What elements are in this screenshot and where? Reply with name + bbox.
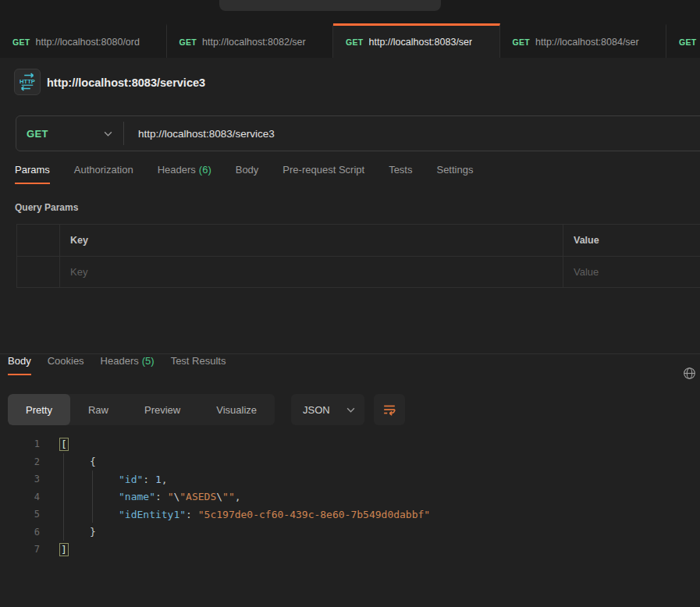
request-tab[interactable]: GEThttp://localhost:8080/ord (0, 23, 167, 58)
code-line: 6} (0, 524, 700, 541)
code-content: ] (48, 544, 69, 556)
line-number: 7 (0, 544, 48, 555)
request-tab[interactable]: GEThttp://localhost:8084/ser (500, 23, 667, 58)
line-number: 1 (0, 438, 48, 449)
tab-url-label: http://localhost:8084/ser (535, 37, 639, 48)
request-tab[interactable]: GETh (666, 23, 698, 58)
code-token: "name" (119, 491, 155, 502)
tab-settings[interactable]: Settings (436, 164, 473, 184)
tab-label: Authorization (74, 164, 133, 176)
response-tab-test-results[interactable]: Test Results (171, 355, 226, 375)
chevron-down-icon (346, 407, 355, 413)
view-mode-visualize[interactable]: Visualize (198, 394, 275, 425)
code-token: ] (59, 543, 69, 556)
view-mode-raw[interactable]: Raw (70, 394, 126, 425)
tab-label: Cookies (48, 355, 84, 367)
request-title: http://localhost:8083/service3 (47, 76, 205, 89)
tab-label: Headers (101, 355, 139, 367)
indent-guide (63, 453, 64, 541)
wrap-text-button[interactable] (374, 394, 405, 425)
code-token: "idEntity1" (119, 509, 186, 520)
code-token: "ASEDS (179, 491, 216, 502)
view-mode-segments: PrettyRawPreviewVisualize (8, 394, 275, 425)
method-dropdown[interactable]: GET (16, 128, 123, 140)
tab-method-label: GET (179, 37, 197, 47)
request-section-tabs: ParamsAuthorizationHeaders(6)BodyPre-req… (15, 164, 473, 184)
indent-guide (92, 470, 93, 523)
tab-authorization[interactable]: Authorization (74, 164, 133, 184)
value-input[interactable]: Value (563, 257, 700, 287)
tab-label: Test Results (171, 355, 226, 367)
code-token: \ (216, 491, 222, 502)
code-content: [ (48, 438, 69, 450)
query-params-table: Key Value Key Value (16, 224, 700, 288)
code-token: { (90, 456, 96, 467)
tab-count-badge: (5) (142, 355, 155, 367)
search-input[interactable]: Search Postman (219, 0, 441, 11)
row-select-cell (17, 257, 60, 287)
globe-icon[interactable] (680, 364, 698, 382)
code-line: 2{ (0, 453, 700, 471)
code-line: 1[ (0, 435, 700, 453)
tab-headers[interactable]: Headers(6) (158, 164, 211, 184)
tab-url-label: http://localhost:8080/ord (36, 37, 140, 48)
code-token: : (155, 491, 168, 502)
tab-url-label: http://localhost:8082/ser (202, 37, 306, 48)
line-number: 4 (0, 492, 48, 502)
tab-label: Body (8, 355, 31, 367)
response-section-tabs: BodyCookiesHeaders(5)Test Results (8, 355, 226, 375)
method-label: GET (27, 128, 48, 140)
code-token: , (235, 491, 241, 502)
view-mode-preview[interactable]: Preview (126, 394, 198, 425)
code-lines: 1[2{3"id": 1,4"name": "\"ASEDS\"",5"idEn… (0, 435, 700, 559)
chevron-down-icon (104, 131, 112, 137)
code-content: "name": "\"ASEDS\"", (48, 491, 241, 502)
tab-url-label: http://localhost:8083/ser (369, 37, 473, 48)
code-content: { (48, 456, 96, 467)
query-params-heading: Query Params (15, 202, 78, 213)
tab-method-label: GET (679, 37, 697, 47)
response-tab-headers[interactable]: Headers(5) (101, 355, 155, 375)
request-tab[interactable]: GEThttp://localhost:8082/ser (167, 23, 334, 58)
line-number: 3 (0, 474, 48, 485)
table-row: Key Value (17, 256, 700, 287)
code-token: : (186, 509, 198, 520)
code-token: "id" (119, 474, 143, 485)
response-tab-cookies[interactable]: Cookies (48, 355, 84, 375)
search-placeholder: Search Postman (301, 0, 376, 1)
tab-label: Body (236, 164, 259, 176)
tab-label: Settings (436, 164, 473, 176)
tab-count-badge: (6) (199, 164, 211, 176)
request-tab[interactable]: GEThttp://localhost:8083/ser (333, 23, 500, 58)
code-content: "id": 1, (48, 474, 168, 485)
search-icon (283, 0, 295, 1)
response-tab-body[interactable]: Body (8, 355, 31, 375)
value-column-header: Value (563, 225, 700, 256)
tab-pre-request-script[interactable]: Pre-request Script (282, 164, 364, 184)
tab-label: Pre-request Script (282, 164, 364, 176)
response-body-editor: 1[2{3"id": 1,4"name": "\"ASEDS\"",5"idEn… (0, 435, 700, 599)
tab-params[interactable]: Params (15, 164, 50, 184)
wrap-text-icon (382, 402, 397, 417)
tab-method-label: GET (346, 37, 364, 47)
code-line: 4"name": "\"ASEDS\"", (0, 488, 700, 506)
line-number: 6 (0, 527, 48, 538)
code-token: [ (59, 438, 69, 451)
table-header-row: Key Value (17, 225, 700, 256)
code-token: } (90, 526, 96, 538)
line-number: 5 (0, 509, 48, 520)
code-token: 1 (155, 474, 162, 485)
format-dropdown[interactable]: JSON (291, 394, 364, 425)
code-token: , (162, 474, 168, 485)
request-tab-bar: GEThttp://localhost:8080/ordGEThttp://lo… (0, 23, 700, 58)
code-content: "idEntity1": "5c197de0-cf60-439c-8e60-7b… (48, 509, 430, 520)
tab-tests[interactable]: Tests (389, 164, 412, 184)
url-input[interactable]: http://localhost:8083/service3 (124, 128, 275, 140)
key-input[interactable]: Key (60, 257, 563, 287)
key-column-header: Key (60, 225, 563, 256)
tab-body[interactable]: Body (236, 164, 259, 184)
code-content: } (48, 526, 96, 538)
response-view-bar: PrettyRawPreviewVisualize JSON (8, 394, 405, 425)
http-request-icon: HTTP (14, 69, 41, 95)
view-mode-pretty[interactable]: Pretty (8, 394, 70, 425)
